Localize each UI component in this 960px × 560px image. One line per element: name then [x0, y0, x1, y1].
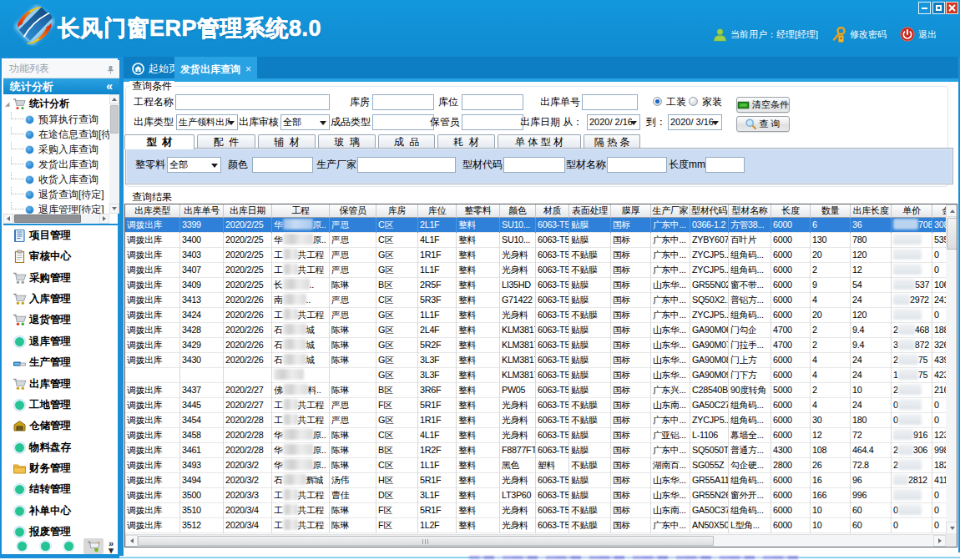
sidebar-item-12[interactable]: 财务管理 [3, 460, 119, 477]
column-header-11[interactable]: 表面处理 [569, 204, 611, 218]
pin-icon[interactable] [107, 65, 114, 74]
table-row[interactable]: 调拨出库34372020/2/27佛料..陈琳B区3R6F整料PW056063-… [125, 383, 946, 398]
tree-item[interactable]: 退库管理[待定] [3, 202, 109, 214]
column-header-3[interactable]: 出库日期 [224, 204, 272, 218]
sidebar-item-2[interactable]: 审核中心 [3, 249, 119, 265]
date-from-combo[interactable]: 2020/ 2/16 [587, 114, 640, 130]
clear-button[interactable]: 清空条件 [736, 97, 790, 113]
table-row[interactable]: 调拨出库35122020/3/4工共工程陈琳F区1L2F整料光身料6063-T5… [125, 518, 946, 533]
sidebar-item-9[interactable]: 工地管理 [3, 396, 119, 413]
minimize-button[interactable] [918, 2, 931, 14]
tab-close-icon[interactable]: × [245, 63, 251, 75]
radio-gongzhuang[interactable] [653, 97, 662, 106]
subtab-1[interactable]: 型 材 [124, 134, 195, 149]
product-type-input[interactable] [372, 114, 434, 130]
radio-jiazhuang[interactable] [689, 97, 698, 106]
column-header-14[interactable]: 型材代码 [690, 204, 729, 218]
column-header-8[interactable]: 整零料 [457, 204, 500, 218]
subtab-3[interactable]: 辅 材 [258, 134, 316, 149]
table-row[interactable]: 调拨出库35002020/3/3工共工程曹佳D区3L1F整料LT3P606063… [125, 488, 946, 503]
tree-scroll-right-button[interactable] [99, 214, 109, 224]
dropdown-arrow-icon[interactable] [320, 121, 326, 125]
subtab-2[interactable]: 配 件 [197, 134, 255, 149]
logout-link[interactable]: 退出 [918, 28, 937, 41]
column-header-2[interactable]: 出库单号 [180, 204, 224, 218]
column-header-4[interactable]: 工程 [272, 204, 330, 218]
table-row[interactable]: 调拨出库34002020/2/25华原..严思C区4L1F整料SU10...60… [125, 233, 946, 248]
column-header-7[interactable]: 库位 [418, 204, 457, 218]
table-row[interactable]: 调拨出库34292020/2/26石城陈琳G区5R2F整料KLM38176063… [125, 338, 946, 353]
table-row[interactable]: 调拨出库34942020/3/2石辉城汤伟H区5R1F整料光身料6063-T5贴… [125, 473, 946, 488]
tree-expander-icon[interactable]: ◢ [5, 97, 13, 111]
column-header-16[interactable]: 长度 [771, 204, 811, 218]
tree-item[interactable]: 发货出库查询 [3, 157, 109, 172]
grid-vertical-scrollbar[interactable] [946, 204, 957, 534]
maximize-button[interactable] [932, 2, 945, 14]
length-input[interactable] [705, 157, 745, 173]
table-row[interactable]: 调拨出库34072020/2/25工共工程严思G区1L1F整料光身料6063-T… [125, 263, 946, 278]
column-header-18[interactable]: 出库长度 [851, 204, 892, 218]
column-header-12[interactable]: 膜厚 [611, 204, 651, 218]
sidebar-item-4[interactable]: 入库管理 [3, 291, 119, 308]
project-name-input[interactable] [175, 94, 330, 110]
table-row[interactable]: 调拨出库34282020/2/26石城陈琳G区2L4F整料KLM38176063… [125, 323, 946, 338]
sidebar-item-11[interactable]: 物料盘存 [3, 439, 119, 456]
subtab-6[interactable]: 耗 材 [437, 134, 495, 149]
audit-combo[interactable]: 全部 [280, 114, 330, 130]
subtab-5[interactable]: 成 品 [378, 134, 435, 149]
scroll-left-button[interactable] [125, 535, 138, 547]
tree-item[interactable]: 预算执行查询 [3, 112, 109, 127]
tree-item[interactable]: 在途信息查询[待 [3, 127, 109, 142]
tree-item[interactable]: 收货入库查询 [3, 172, 109, 187]
overflow-cart-button[interactable] [83, 538, 104, 554]
tree-scroll-thumb-h[interactable] [14, 214, 81, 223]
close-button[interactable] [946, 2, 958, 14]
sidebar-item-13[interactable]: 结转管理 [3, 482, 119, 498]
column-header-5[interactable]: 保管员 [330, 204, 376, 218]
table-row[interactable]: 调拨出库33992020/2/25华原..严思C区2L1F整料SU10...60… [125, 218, 946, 233]
scroll-thumb-h[interactable] [138, 536, 714, 546]
table-row[interactable]: 调拨出库34452020/2/27工共工程严思F区5R1F整料光身料6063-T… [125, 398, 946, 413]
grid-horizontal-scrollbar[interactable] [125, 534, 957, 547]
group-header[interactable]: 统计分析 « [3, 78, 119, 94]
tree-item[interactable]: 退货查询[待定] [3, 187, 109, 202]
profile-code-input[interactable] [503, 157, 565, 173]
table-row[interactable]: 调拨出库34242020/2/26工共工程严思G区1L1F整料光身料6063-T… [125, 308, 946, 323]
profile-name-input[interactable] [607, 157, 667, 173]
whole-material-combo[interactable]: 全部 [167, 157, 221, 173]
table-row[interactable]: 调拨出库34582020/2/28华原..陈琳C区4L1F整料光身料6063-T… [125, 428, 946, 443]
scroll-right-button[interactable] [933, 535, 946, 547]
subtab-8[interactable]: 隔 热 条 [584, 134, 640, 149]
order-no-input[interactable] [582, 94, 638, 110]
warehouse-input[interactable] [372, 94, 434, 110]
maker-input[interactable] [357, 157, 456, 173]
date-to-combo[interactable]: 2020/ 3/16 [668, 114, 722, 130]
table-row[interactable]: 调拨出库34932020/3/2华原..陈琳C区1L1F整料黑色塑料不贴膜国标湖… [125, 458, 946, 473]
table-row[interactable]: 调拨出库34542020/2/28工共工程严思G区1R1F整料光身料6063-T… [125, 413, 946, 428]
collapse-icon[interactable]: « [106, 78, 113, 93]
column-header-1[interactable]: 出库类型 [125, 204, 180, 218]
column-header-10[interactable]: 材质 [536, 204, 569, 218]
column-header-13[interactable]: 生产厂家 [651, 204, 690, 218]
tree-item[interactable]: 采购入库查询 [3, 142, 109, 157]
change-password-link[interactable]: 修改密码 [850, 28, 887, 41]
dropdown-arrow-icon[interactable] [712, 121, 719, 125]
tree-horizontal-scrollbar[interactable] [3, 214, 109, 224]
sidebar-item-10[interactable]: 仓储管理 [3, 418, 119, 435]
subtab-7[interactable]: 单 体 型 材 [498, 134, 581, 149]
scroll-down-button[interactable] [946, 522, 957, 534]
location-input[interactable] [462, 94, 523, 110]
sidebar-item-3[interactable]: 采购管理 [3, 270, 119, 286]
tree-scroll-left-button[interactable] [3, 214, 13, 224]
table-row[interactable]: 调拨出库34032020/2/25工共工程严思G区1R1F整料光身料6063-T… [125, 248, 946, 263]
table-row[interactable]: 调拨出库34132020/2/26南..严思C区5R3F整料G714226063… [125, 293, 946, 308]
keeper-input[interactable] [462, 114, 523, 130]
dropdown-arrow-icon[interactable] [630, 121, 637, 125]
table-row[interactable]: 调拨出库34612020/2/28华原..陈琳B区1R2F整料F8877FT60… [125, 443, 946, 458]
sidebar-item-1[interactable]: 项目管理 [3, 228, 119, 245]
column-header-19[interactable]: 单价 [892, 204, 932, 218]
subtab-4[interactable]: 玻 璃 [318, 134, 376, 149]
sidebar-item-5[interactable]: 退货管理 [3, 312, 119, 329]
sidebar-item-8[interactable]: 出库管理 [3, 376, 119, 392]
table-row[interactable]: 调拨出库34302020/2/26石城陈琳G区3L3F整料KLM38176063… [125, 353, 946, 368]
